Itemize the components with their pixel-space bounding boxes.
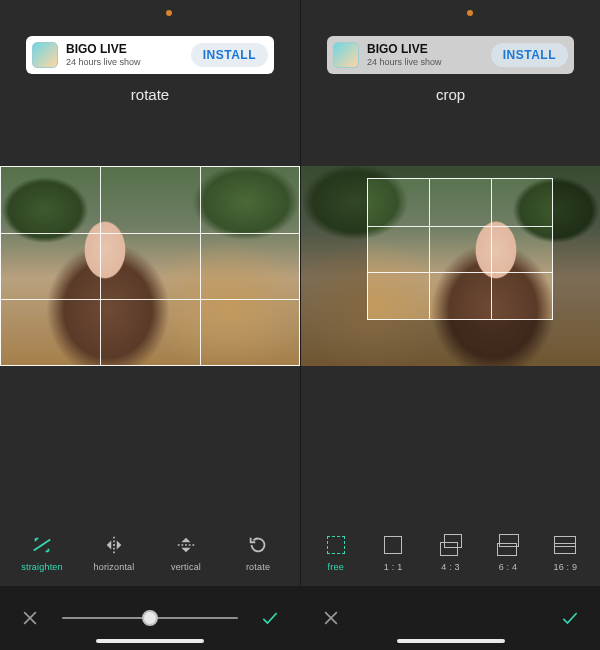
cancel-button[interactable] xyxy=(14,602,46,634)
tool-straighten[interactable]: straighten xyxy=(12,534,72,572)
crop-toolbar: free 1 : 1 4 : 3 6 : 4 16 : 9 xyxy=(301,516,600,586)
ratio-4-3[interactable]: 4 : 3 xyxy=(422,534,479,572)
check-icon xyxy=(560,608,580,628)
tool-label: vertical xyxy=(171,562,201,572)
accept-button[interactable] xyxy=(554,602,586,634)
rule-of-thirds-grid xyxy=(0,166,300,366)
ad-install-button[interactable]: INSTALL xyxy=(191,43,268,67)
close-icon xyxy=(20,608,40,628)
ratio-4-3-icon xyxy=(440,534,462,556)
check-icon xyxy=(260,608,280,628)
ratio-free[interactable]: free xyxy=(307,534,364,572)
ad-subtitle: 24 hours live show xyxy=(367,57,491,67)
crop-screen: BIGO LIVE 24 hours live show INSTALL cro… xyxy=(300,0,600,650)
sensor-dot xyxy=(467,10,473,16)
ad-copy: BIGO LIVE 24 hours live show xyxy=(367,43,491,67)
mode-label: rotate xyxy=(0,86,300,108)
ratio-label: 4 : 3 xyxy=(441,562,460,572)
accept-button[interactable] xyxy=(254,602,286,634)
sensor-dot xyxy=(166,10,172,16)
ad-copy: BIGO LIVE 24 hours live show xyxy=(66,43,191,67)
straighten-slider[interactable] xyxy=(46,617,254,619)
tool-flip-vertical[interactable]: vertical xyxy=(156,534,216,572)
flip-horizontal-icon xyxy=(103,534,125,556)
ad-app-icon xyxy=(333,42,359,68)
tool-label: rotate xyxy=(246,562,270,572)
ad-title: BIGO LIVE xyxy=(66,43,191,55)
slider-knob[interactable] xyxy=(142,610,158,626)
ratio-6-4[interactable]: 6 : 4 xyxy=(479,534,536,572)
ad-title: BIGO LIVE xyxy=(367,43,491,55)
crop-box[interactable] xyxy=(367,178,553,320)
tool-label: straighten xyxy=(21,562,63,572)
rotate-screen: BIGO LIVE 24 hours live show INSTALL rot… xyxy=(0,0,300,650)
ad-app-icon xyxy=(32,42,58,68)
ratio-label: free xyxy=(328,562,344,572)
free-crop-icon xyxy=(325,534,347,556)
mode-label: crop xyxy=(301,86,600,108)
home-indicator[interactable] xyxy=(96,639,204,643)
flip-vertical-icon xyxy=(175,534,197,556)
rotate-toolbar: straighten horizontal vertical rotate xyxy=(0,516,300,586)
ratio-1-1[interactable]: 1 : 1 xyxy=(364,534,421,572)
ratio-1-1-icon xyxy=(382,534,404,556)
straighten-icon xyxy=(31,534,53,556)
ratio-6-4-icon xyxy=(497,534,519,556)
ad-banner[interactable]: BIGO LIVE 24 hours live show INSTALL xyxy=(327,36,574,74)
close-icon xyxy=(321,608,341,628)
ratio-label: 6 : 4 xyxy=(499,562,518,572)
ratio-label: 1 : 1 xyxy=(384,562,403,572)
tool-flip-horizontal[interactable]: horizontal xyxy=(84,534,144,572)
tool-label: horizontal xyxy=(93,562,134,572)
rotate-icon xyxy=(247,534,269,556)
ratio-16-9-icon xyxy=(554,534,576,556)
ratio-label: 16 : 9 xyxy=(553,562,577,572)
cancel-button[interactable] xyxy=(315,602,347,634)
home-indicator[interactable] xyxy=(397,639,505,643)
ad-banner[interactable]: BIGO LIVE 24 hours live show INSTALL xyxy=(26,36,274,74)
ad-install-button[interactable]: INSTALL xyxy=(491,43,568,67)
tool-rotate[interactable]: rotate xyxy=(228,534,288,572)
photo-canvas[interactable] xyxy=(301,166,600,366)
ad-subtitle: 24 hours live show xyxy=(66,57,191,67)
ratio-16-9[interactable]: 16 : 9 xyxy=(537,534,594,572)
photo-canvas[interactable] xyxy=(0,166,300,366)
